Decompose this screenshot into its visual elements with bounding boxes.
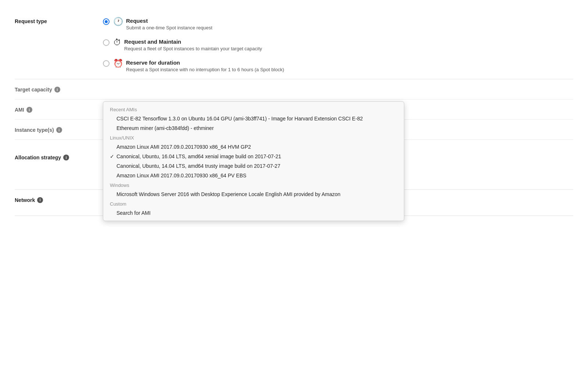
dropdown-item-amazon-linux-pv[interactable]: Amazon Linux AMI 2017.09.0.20170930 x86_… — [103, 171, 404, 180]
dropdown-group-windows: Windows — [103, 180, 404, 189]
dropdown-item-ethereum[interactable]: Ethereum miner (ami-cb384fdd) - ethminer — [103, 123, 404, 133]
network-label: Network i — [15, 196, 96, 203]
dropdown-group-linux: Linux/UNIX — [103, 133, 404, 142]
allocation-strategy-info-icon[interactable]: i — [63, 155, 69, 160]
request-type-content: 🕐 Request Submit a one-time Spot instanc… — [96, 18, 573, 72]
dropdown-item-tensorflow[interactable]: CSCI E-82 Tensorflow 1.3.0 on Ubuntu 16.… — [103, 114, 404, 123]
timer-icon: ⏱ — [113, 38, 121, 47]
ami-info-icon[interactable]: i — [26, 107, 32, 113]
radio-request-title: Request — [126, 18, 212, 24]
ami-label: AMI i — [15, 106, 96, 113]
dropdown-item-ubuntu-1404[interactable]: Canonical, Ubuntu, 14.04 LTS, amd64 trus… — [103, 161, 404, 171]
radio-request[interactable] — [103, 18, 110, 25]
ami-dropdown[interactable]: Recent AMIs CSCI E-82 Tensorflow 1.3.0 o… — [103, 101, 404, 221]
radio-maintain-title: Request and Maintain — [124, 39, 262, 45]
checkmark-icon: ✓ — [110, 153, 114, 159]
dropdown-item-search-ami[interactable]: Search for AMI — [103, 208, 404, 218]
dropdown-group-custom: Custom — [103, 199, 404, 208]
page-container: Request type 🕐 Request Submit a one-time… — [0, 0, 588, 227]
radio-option-reserve[interactable]: ⏰ Reserve for duration Request a Spot in… — [103, 59, 573, 72]
radio-request-desc: Submit a one-time Spot instance request — [126, 25, 212, 30]
instance-types-info-icon[interactable]: i — [56, 127, 62, 133]
allocation-strategy-label: Allocation strategy i — [15, 154, 96, 160]
dropdown-item-ubuntu-1604[interactable]: ✓ Canonical, Ubuntu, 16.04 LTS, amd64 xe… — [103, 152, 404, 161]
dropdown-group-recent-amis: Recent AMIs — [103, 105, 404, 114]
radio-reserve-title: Reserve for duration — [126, 59, 284, 66]
dropdown-item-amazon-linux-hvm[interactable]: Amazon Linux AMI 2017.09.0.20170930 x86_… — [103, 142, 404, 152]
network-info-icon[interactable]: i — [37, 197, 43, 203]
radio-option-request[interactable]: 🕐 Request Submit a one-time Spot instanc… — [103, 18, 573, 30]
radio-maintain[interactable] — [103, 39, 110, 46]
request-type-label: Request type — [15, 18, 96, 24]
target-capacity-label: Target capacity i — [15, 86, 96, 93]
target-capacity-info-icon[interactable]: i — [54, 87, 60, 93]
alarm-icon: ⏰ — [113, 59, 123, 68]
radio-option-maintain[interactable]: ⏱ Request and Maintain Request a fleet o… — [103, 39, 573, 51]
radio-reserve[interactable] — [103, 60, 110, 67]
clock-icon: 🕐 — [113, 17, 123, 26]
dropdown-item-windows-2016[interactable]: Microsoft Windows Server 2016 with Deskt… — [103, 189, 404, 199]
instance-types-label: Instance type(s) i — [15, 126, 96, 133]
request-type-section: Request type 🕐 Request Submit a one-time… — [15, 11, 573, 79]
target-capacity-section: Target capacity i — [15, 79, 573, 100]
radio-maintain-desc: Request a fleet of Spot instances to mai… — [124, 46, 262, 51]
radio-reserve-desc: Request a Spot instance with no interrup… — [126, 67, 284, 72]
